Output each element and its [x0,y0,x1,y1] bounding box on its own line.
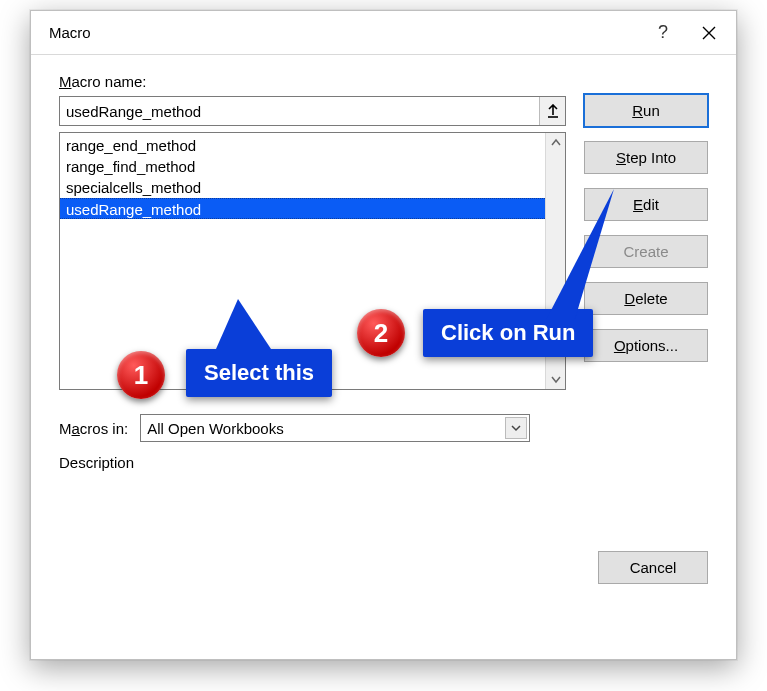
help-button[interactable]: ? [640,11,686,55]
list-item[interactable]: range_end_method [60,135,545,156]
collapse-icon [546,104,560,118]
annotation-click-run: Click on Run [423,309,593,357]
annotation-badge-2: 2 [357,309,405,357]
macro-name-input[interactable] [60,97,539,125]
macro-name-label: Macro name: [59,73,708,90]
macro-name-field[interactable] [59,96,566,126]
scroll-down-icon[interactable] [546,369,565,389]
delete-button[interactable]: Delete [584,282,708,315]
macros-in-select[interactable]: All Open Workbooks [140,414,530,442]
list-item[interactable]: usedRange_method [60,198,545,219]
macros-in-label: Macros in: [59,420,128,437]
cancel-button[interactable]: Cancel [598,551,708,584]
macros-in-value: All Open Workbooks [147,420,283,437]
dialog-title: Macro [49,24,640,41]
list-item[interactable]: specialcells_method [60,177,545,198]
chevron-down-icon [505,417,527,439]
options-button[interactable]: Options... [584,329,708,362]
macro-dialog: Macro ? Macro name: [30,10,737,660]
close-button[interactable] [686,11,732,55]
annotation-badge-1: 1 [117,351,165,399]
description-label: Description [59,454,708,471]
collapse-button[interactable] [539,97,565,125]
step-into-button[interactable]: Step Into [584,141,708,174]
run-button[interactable]: Run [584,94,708,127]
list-item[interactable]: range_find_method [60,156,545,177]
scroll-up-icon[interactable] [546,133,565,153]
annotation-select-this: Select this [186,349,332,397]
titlebar: Macro ? [31,11,736,55]
create-button: Create [584,235,708,268]
close-icon [702,26,716,40]
